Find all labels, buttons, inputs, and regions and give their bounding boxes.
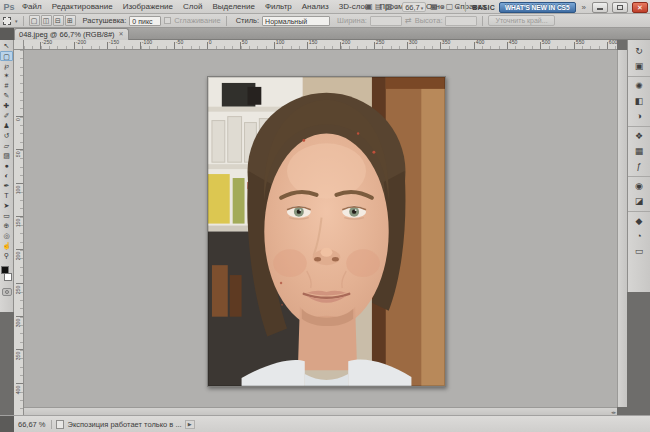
menu-item-0[interactable]: Файл	[22, 2, 42, 11]
document-tab-bar: 048.jpeg @ 66,7% (RGB/8#) ✕	[0, 28, 650, 40]
restore-button[interactable]	[612, 2, 628, 13]
ruler-number: 600	[608, 40, 617, 45]
animation-panel-icon[interactable]: ◔	[628, 229, 650, 244]
marquee-tool-preset-icon[interactable]	[3, 17, 11, 25]
canvas-pasteboard	[24, 50, 617, 407]
chevron-down-icon: ▾	[396, 4, 399, 10]
ruler-origin-corner[interactable]	[14, 40, 24, 50]
status-zoom-field[interactable]: 66,67 %	[18, 420, 52, 429]
ruler-number: 250	[375, 40, 384, 45]
layer-comps-panel-icon[interactable]: ◪	[628, 194, 650, 209]
quick-mask-icon	[5, 290, 9, 294]
chevron-down-icon: ▾	[441, 4, 444, 10]
eyedropper-tool[interactable]: ✎	[0, 91, 13, 101]
add-to-selection-icon[interactable]: ◫	[41, 15, 52, 26]
new-selection-icon[interactable]: ▢	[29, 15, 40, 26]
chevron-down-icon[interactable]: ▾	[15, 18, 18, 24]
ruler-number: -200	[75, 40, 86, 45]
workspace-overflow-button[interactable]: »	[582, 3, 586, 12]
color-swatches[interactable]	[0, 264, 14, 284]
width-label: Ширина:	[337, 16, 367, 25]
ruler-tick	[16, 116, 23, 117]
clone-stamp-tool[interactable]: ♟	[0, 121, 13, 131]
crop-tool[interactable]: #	[0, 81, 13, 91]
type-tool[interactable]: T	[0, 191, 13, 201]
close-icon[interactable]: ✕	[119, 29, 124, 40]
mini-bridge-panel-icon[interactable]: ▣	[628, 59, 650, 74]
menu-item-6[interactable]: Анализ	[302, 2, 329, 11]
ruler-number: 200	[341, 40, 350, 45]
hand-tool[interactable]: ☝	[0, 241, 13, 251]
history-brush-tool[interactable]: ↺	[0, 131, 13, 141]
divider	[23, 16, 24, 26]
masks-panel-icon[interactable]: ◧	[628, 94, 650, 109]
style-dropdown[interactable]: Нормальный	[262, 16, 330, 26]
ruler-number: 100	[15, 185, 22, 194]
menu-item-4[interactable]: Выделение	[212, 2, 254, 11]
screen-mode-icon[interactable]: ▢ ▾	[446, 2, 459, 11]
portrait-photo-graphic	[208, 77, 445, 386]
quick-mask-button[interactable]	[2, 288, 12, 296]
measurement-log-panel-icon[interactable]: ▭	[628, 244, 650, 259]
ruler-number: 150	[15, 219, 22, 228]
horizontal-scrollbar[interactable]: ◂▸	[24, 407, 617, 415]
ruler-number: 500	[541, 40, 550, 45]
lasso-tool[interactable]: ℘	[0, 61, 13, 71]
status-menu-arrow-button[interactable]: ▶	[185, 420, 195, 429]
intersect-selection-icon[interactable]: ⊞	[65, 15, 76, 26]
zoom-tool[interactable]: ⚲	[0, 251, 13, 261]
adjustments-panel-icon[interactable]: ✺	[628, 79, 650, 94]
feather-input[interactable]: 0 пикс	[129, 16, 161, 26]
foreground-color-swatch[interactable]	[1, 266, 9, 274]
launch-bridge-icon[interactable]: ▣	[365, 2, 373, 11]
dock-group-1: ✺◧◑	[628, 77, 650, 127]
subtract-from-selection-icon[interactable]: ⊟	[53, 15, 64, 26]
rectangular-marquee-tool[interactable]: ▢	[0, 51, 13, 61]
arrange-documents-icon[interactable]: ▦ ▾	[430, 2, 443, 11]
curves-panel-icon[interactable]: ◑	[628, 109, 650, 124]
whats-new-button[interactable]: WHAT'S NEW IN CS5	[499, 2, 576, 13]
history-panel-icon[interactable]: ↻	[628, 44, 650, 59]
view-extras-icon[interactable]: ▥ ▾	[385, 2, 398, 11]
shape-tool[interactable]: ▭	[0, 211, 13, 221]
panel-dock: ↻▣✺◧◑❖▦ƒ◉◪◆◔▭	[627, 40, 650, 292]
move-tool[interactable]: ↖	[0, 41, 13, 51]
channels-panel-icon[interactable]: ▦	[628, 144, 650, 159]
menu-item-5[interactable]: Фильтр	[265, 2, 292, 11]
close-button[interactable]: ✕	[632, 2, 648, 13]
menu-item-2[interactable]: Изображение	[123, 2, 173, 11]
brush-tool[interactable]: ✐	[0, 111, 13, 121]
effects-panel-icon[interactable]: ƒ	[628, 159, 650, 174]
gradient-tool[interactable]: ▨	[0, 151, 13, 161]
ruler-number: 50	[241, 40, 248, 45]
dodge-tool[interactable]: ◐	[0, 171, 13, 181]
quick-selection-tool[interactable]: ✶	[0, 71, 13, 81]
clone-source-panel-icon[interactable]: ◉	[628, 179, 650, 194]
vertical-scrollbar[interactable]	[617, 50, 627, 407]
eraser-tool[interactable]: ▱	[0, 141, 13, 151]
document-tab[interactable]: 048.jpeg @ 66,7% (RGB/8#) ✕	[14, 28, 129, 40]
ruler-number: 350	[441, 40, 450, 45]
antialias-checkbox	[164, 17, 171, 24]
menu-item-1[interactable]: Редактирование	[52, 2, 113, 11]
pen-tool[interactable]: ✒	[0, 181, 13, 191]
menu-item-3[interactable]: Слой	[183, 2, 202, 11]
3d-panel-icon[interactable]: ◆	[628, 214, 650, 229]
3d-roll-tool[interactable]: ◎	[0, 231, 13, 241]
workspace-switcher[interactable]: BASIC	[472, 4, 495, 11]
minimize-button[interactable]	[592, 2, 608, 13]
divider	[482, 16, 483, 26]
launch-mini-bridge-icon[interactable]: ▤	[375, 2, 383, 11]
zoom-level-field[interactable]: 66,7▾	[402, 2, 426, 12]
document-canvas-photo[interactable]	[207, 76, 446, 387]
status-bar-corner	[0, 416, 14, 432]
path-selection-tool[interactable]: ➤	[0, 201, 13, 211]
tools-panel: ↖▢℘✶#✎✚✐♟↺▱▨●◐✒T➤▭⊕◎☝⚲	[0, 40, 14, 312]
spot-healing-brush-tool[interactable]: ✚	[0, 101, 13, 111]
ruler-number: 150	[308, 40, 317, 45]
background-color-swatch[interactable]	[4, 273, 12, 281]
styles-panel-icon[interactable]: ❖	[628, 129, 650, 144]
ruler-tick	[16, 316, 23, 317]
3d-rotate-tool[interactable]: ⊕	[0, 221, 13, 231]
blur-tool[interactable]: ●	[0, 161, 13, 171]
